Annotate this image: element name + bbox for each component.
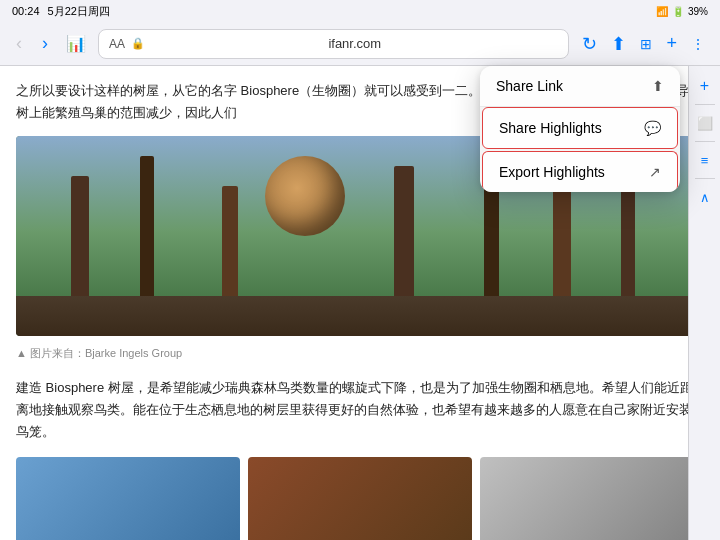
share-highlights-label: Share Highlights bbox=[499, 120, 602, 136]
share-link-label: Share Link bbox=[496, 78, 563, 94]
export-highlights-label: Export Highlights bbox=[499, 164, 605, 180]
menu-item-export-highlights[interactable]: Export Highlights ↗ bbox=[482, 151, 678, 192]
menu-item-share-link[interactable]: Share Link ⬆ bbox=[480, 66, 680, 107]
menu-item-share-highlights[interactable]: Share Highlights 💬 bbox=[482, 107, 678, 149]
dropdown-menu: Share Link ⬆ Share Highlights 💬 Export H… bbox=[480, 66, 680, 192]
dropdown-overlay: Share Link ⬆ Share Highlights 💬 Export H… bbox=[0, 0, 720, 540]
share-highlights-icon: 💬 bbox=[644, 120, 661, 136]
export-highlights-icon: ↗ bbox=[649, 164, 661, 180]
share-link-icon: ⬆ bbox=[652, 78, 664, 94]
